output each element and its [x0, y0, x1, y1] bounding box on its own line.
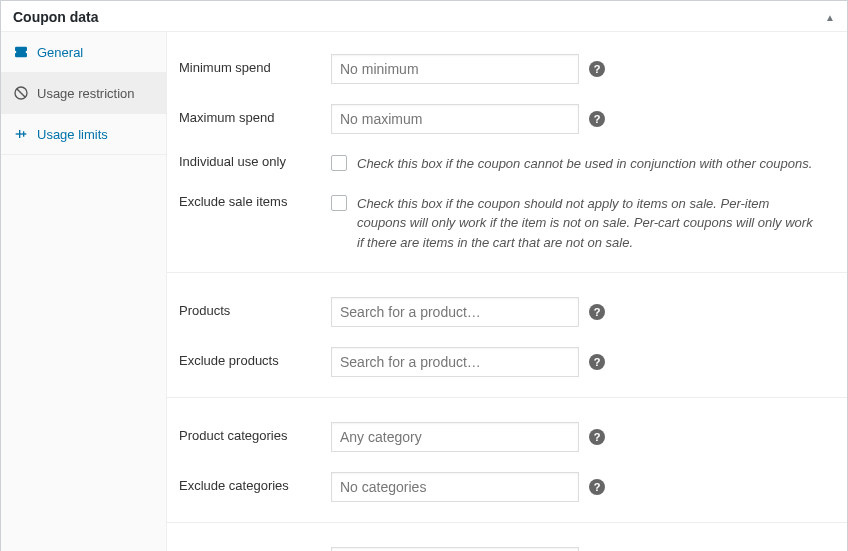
- individual-use-checkbox[interactable]: [331, 155, 347, 171]
- row-minimum-spend: Minimum spend ?: [167, 44, 847, 94]
- help-icon[interactable]: ?: [589, 304, 605, 320]
- row-email-restrictions: Email restrictions ?: [167, 522, 847, 551]
- product-categories-input[interactable]: [331, 422, 579, 452]
- row-products: Products ?: [167, 272, 847, 337]
- row-exclude-sale: Exclude sale items Check this box if the…: [167, 184, 847, 263]
- panel-header: Coupon data ▲: [1, 1, 847, 32]
- help-icon[interactable]: ?: [589, 354, 605, 370]
- tab-label: Usage restriction: [37, 86, 135, 101]
- label-product-categories: Product categories: [179, 422, 331, 443]
- exclude-sale-description: Check this box if the coupon should not …: [357, 194, 815, 253]
- ticket-icon: [13, 44, 29, 60]
- label-minimum-spend: Minimum spend: [179, 54, 331, 75]
- label-exclude-sale: Exclude sale items: [179, 194, 331, 209]
- exclude-categories-input[interactable]: [331, 472, 579, 502]
- exclude-sale-checkbox[interactable]: [331, 195, 347, 211]
- panel-title: Coupon data: [13, 9, 99, 25]
- row-exclude-products: Exclude products ?: [167, 337, 847, 387]
- label-exclude-products: Exclude products: [179, 347, 331, 368]
- maximum-spend-input[interactable]: [331, 104, 579, 134]
- row-exclude-categories: Exclude categories ?: [167, 462, 847, 512]
- email-restrictions-input[interactable]: [331, 547, 579, 551]
- svg-line-1: [17, 89, 25, 97]
- tab-usage-restriction[interactable]: Usage restriction: [1, 73, 166, 114]
- products-input[interactable]: [331, 297, 579, 327]
- tab-usage-limits[interactable]: Usage limits: [1, 114, 166, 155]
- row-individual-use: Individual use only Check this box if th…: [167, 144, 847, 184]
- individual-use-description: Check this box if the coupon cannot be u…: [357, 154, 815, 174]
- label-products: Products: [179, 297, 331, 318]
- exclude-products-input[interactable]: [331, 347, 579, 377]
- tab-content: Minimum spend ? Maximum spend ? Individu…: [167, 32, 847, 551]
- collapse-toggle-icon[interactable]: ▲: [825, 12, 835, 23]
- label-exclude-categories: Exclude categories: [179, 472, 331, 493]
- label-email-restrictions: Email restrictions: [179, 547, 331, 551]
- sliders-icon: [13, 126, 29, 142]
- minimum-spend-input[interactable]: [331, 54, 579, 84]
- tab-general[interactable]: General: [1, 32, 166, 73]
- coupon-data-panel: Coupon data ▲ General Usage restriction: [0, 0, 848, 551]
- tab-label: Usage limits: [37, 127, 108, 142]
- ban-icon: [13, 85, 29, 101]
- tab-label: General: [37, 45, 83, 60]
- panel-body: General Usage restriction Usage limits M…: [1, 32, 847, 551]
- label-maximum-spend: Maximum spend: [179, 104, 331, 125]
- help-icon[interactable]: ?: [589, 429, 605, 445]
- help-icon[interactable]: ?: [589, 111, 605, 127]
- help-icon[interactable]: ?: [589, 479, 605, 495]
- row-maximum-spend: Maximum spend ?: [167, 94, 847, 144]
- help-icon[interactable]: ?: [589, 61, 605, 77]
- tabs-sidebar: General Usage restriction Usage limits: [1, 32, 167, 551]
- row-product-categories: Product categories ?: [167, 397, 847, 462]
- label-individual-use: Individual use only: [179, 154, 331, 169]
